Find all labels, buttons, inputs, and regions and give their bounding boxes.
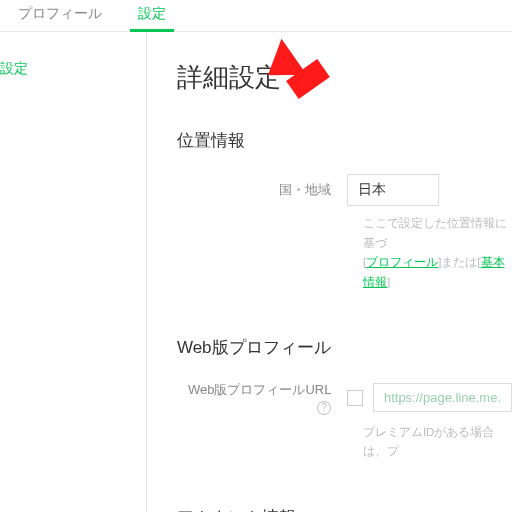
link-profile[interactable]: プロフィール — [366, 256, 438, 268]
tab-profile[interactable]: プロフィール — [0, 0, 120, 31]
tab-settings[interactable]: 設定 — [120, 0, 184, 31]
web-heading: Web版プロフィール — [177, 336, 512, 359]
tab-bar: プロフィール 設定 — [0, 0, 512, 32]
web-url-checkbox[interactable] — [347, 390, 363, 406]
account-heading: アカウント情報 — [177, 506, 512, 512]
section-web-profile: Web版プロフィール Web版プロフィールURL ? https://page.… — [177, 336, 512, 462]
help-icon[interactable]: ? — [317, 401, 331, 415]
row-country: 国・地域 日本 — [177, 174, 512, 206]
hint-mid: ]または[ — [438, 256, 480, 268]
web-url-label: Web版プロフィールURL ? — [177, 381, 347, 415]
page-title: 詳細設定 — [177, 60, 512, 95]
sidebar: 設定 — [0, 32, 147, 512]
web-hint: プレミアムIDがある場合は、プ — [177, 423, 512, 462]
row-web-url: Web版プロフィールURL ? https://page.line.me. — [177, 381, 512, 415]
hint-text: ここで設定した位置情報に基づ — [363, 217, 507, 249]
country-label: 国・地域 — [177, 181, 347, 199]
main-content: 詳細設定 位置情報 国・地域 日本 ここで設定した位置情報に基づ [プロフィール… — [147, 32, 512, 512]
section-account: アカウント情報 ベーシックID @776urcjl — [177, 506, 512, 512]
layout: 設定 詳細設定 位置情報 国・地域 日本 ここで設定した位置情報に基づ [プロフ… — [0, 32, 512, 512]
location-hint: ここで設定した位置情報に基づ [プロフィール]または[基本情報] — [177, 214, 512, 292]
country-select[interactable]: 日本 — [347, 174, 439, 206]
web-url-field[interactable]: https://page.line.me. — [373, 383, 512, 412]
sidebar-item-settings[interactable]: 設定 — [0, 56, 146, 82]
location-heading: 位置情報 — [177, 129, 512, 152]
section-location: 位置情報 国・地域 日本 ここで設定した位置情報に基づ [プロフィール]または[… — [177, 129, 512, 292]
